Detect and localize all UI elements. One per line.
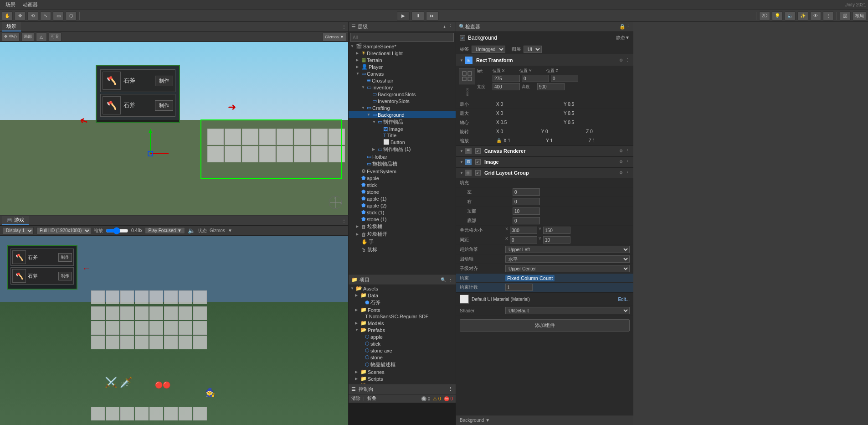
pad-left-input[interactable] — [513, 188, 540, 196]
material-edit-btn[interactable]: Edit... — [618, 297, 630, 302]
game-stats[interactable]: 状态 — [198, 228, 207, 234]
hierarchy-item-samplescene[interactable]: ▼ 🎬 SampleScene* — [349, 43, 456, 50]
cr-more[interactable]: ⋮ — [626, 149, 630, 153]
rect-tool[interactable]: ▭ — [53, 11, 64, 21]
rt-gear[interactable]: ⚙ — [619, 58, 623, 62]
project-scenes[interactable]: ▶ 📁 Scenes — [349, 368, 456, 375]
game-gizmos[interactable]: Gizmos — [210, 228, 225, 233]
scene-gizmos[interactable]: Gizmos ▼ — [323, 32, 346, 41]
hierarchy-item-apple1[interactable]: ⬟ apple (1) — [349, 195, 456, 202]
hierarchy-item-crosshair[interactable]: ⊕ Crosshair — [349, 77, 456, 84]
project-assets[interactable]: ▼ 📂 Assets — [349, 285, 456, 292]
scene-tool-2[interactable]: 局部 — [21, 32, 34, 41]
rect-transform-header[interactable]: ▼ ⊞ Rect Transform ⚙ ⋮ — [456, 55, 633, 66]
hierarchy-item-button[interactable]: ⬜ Button — [349, 139, 456, 145]
obj-active-checkbox[interactable]: ✓ — [460, 35, 465, 41]
transform-tool[interactable]: ⬡ — [66, 11, 77, 21]
pad-top-input[interactable] — [513, 207, 540, 215]
sp-x-input[interactable] — [510, 236, 537, 244]
hierarchy-item-inventory[interactable]: ▼ ▭ Inventory — [349, 84, 456, 91]
play-focused-btn[interactable]: Play Focused ▼ — [145, 227, 185, 234]
hierarchy-item-hotbar[interactable]: ▭ Hotbar — [349, 153, 456, 160]
project-prefab-desc[interactable]: ⬡ 物品描述框 — [349, 361, 456, 368]
img-checkbox[interactable]: ✓ — [475, 159, 481, 165]
scene-tool-3[interactable]: △ — [36, 32, 47, 41]
hierarchy-item-title[interactable]: T Title — [349, 132, 456, 139]
hierarchy-item-eventsystem[interactable]: ⚙ EventSystem — [349, 168, 456, 175]
project-fonts[interactable]: ▶ 📁 Fonts — [349, 306, 456, 313]
menu-scene[interactable]: 场景 — [2, 0, 19, 9]
menu-animator[interactable]: 动画器 — [19, 0, 41, 9]
pad-right-input[interactable] — [513, 198, 540, 205]
game-craft-btn-1[interactable]: 制作 — [58, 253, 72, 262]
inspector-lock[interactable]: 🔒 — [619, 24, 626, 30]
layout-btn[interactable]: 布局 — [853, 11, 866, 21]
move-tool[interactable]: ✥ — [15, 11, 26, 21]
hierarchy-item-terrain[interactable]: ▶ ▦ Terrain — [349, 57, 456, 63]
image-header[interactable]: ▼ 🖼 ✓ Image ⚙ ⋮ — [456, 157, 633, 167]
scene-craft-btn-2[interactable]: 制作 — [155, 100, 173, 111]
hierarchy-item-invslots[interactable]: ▭ InventorySlots — [349, 98, 456, 104]
hierarchy-item-stick1[interactable]: ⬟ stick (1) — [349, 209, 456, 216]
hierarchy-item-craft-prod[interactable]: ▼ ▭ 制作物品 — [349, 118, 456, 126]
scene-tool-1[interactable]: ✥ 中心 — [2, 32, 20, 41]
add-component-btn[interactable]: 添加组件 — [460, 319, 630, 332]
hierarchy-search[interactable] — [350, 33, 454, 42]
game-tab[interactable]: 🎮 游戏 — [2, 216, 29, 225]
anchor-widget[interactable] — [459, 68, 475, 84]
hierarchy-item-crafting[interactable]: ▼ ▭ Crafting — [349, 104, 456, 111]
console-collapse[interactable]: 折叠 — [367, 395, 376, 402]
light-btn[interactable]: 💡 — [772, 11, 783, 21]
project-prefab-apple[interactable]: ⬡ apple — [349, 333, 456, 340]
scene-craft-btn-1[interactable]: 制作 — [155, 76, 173, 86]
game-gizmos-arrow[interactable]: ▼ — [228, 228, 232, 233]
more-btn[interactable]: ⋮ — [823, 11, 834, 21]
project-data[interactable]: ▶ 📁 Data — [349, 292, 456, 299]
grid-layout-header[interactable]: ▼ ⊞ ✓ Grid Layout Group ⚙ ⋮ — [456, 168, 633, 178]
gl-more[interactable]: ⋮ — [626, 171, 630, 175]
gl-gear[interactable]: ⚙ — [619, 171, 623, 175]
hierarchy-item-trash-open[interactable]: ▶ 🗑 垃圾桶开 — [349, 230, 456, 238]
scene-tool-4[interactable]: 可见 — [49, 32, 62, 41]
height-input[interactable] — [537, 83, 565, 90]
project-search-icon[interactable]: 🔍 — [441, 277, 446, 282]
effects-btn[interactable]: ✨ — [797, 11, 808, 21]
game-audio[interactable]: 🔈 — [188, 227, 195, 234]
hierarchy-item-apple[interactable]: ⬟ apple — [349, 175, 456, 181]
canvas-renderer-header[interactable]: ▼ ☰ ✓ Canvas Renderer ⚙ ⋮ — [456, 146, 633, 156]
project-prefab-stone[interactable]: ⬡ stone — [349, 354, 456, 361]
hierarchy-item-directional-light[interactable]: ▶ ☀ Directional Light — [349, 50, 456, 57]
project-options[interactable]: ⋮ — [448, 277, 453, 283]
step-btn[interactable]: ⏭ — [426, 11, 439, 21]
hierarchy-item-stone[interactable]: ⬟ stone — [349, 188, 456, 195]
audio-btn[interactable]: 🔈 — [785, 11, 796, 21]
layer-select[interactable]: UI — [524, 46, 542, 53]
hierarchy-item-player[interactable]: ▶ 👤 Player — [349, 63, 456, 70]
pos-y-input[interactable] — [522, 75, 549, 82]
img-more[interactable]: ⋮ — [626, 160, 630, 164]
cell-x-input[interactable] — [510, 227, 537, 234]
start-corner-select[interactable]: Upper Left — [505, 246, 630, 253]
project-prefab-stoneaxe[interactable]: ⬡ stone axe — [349, 347, 456, 354]
play-btn[interactable]: ▶ — [397, 11, 410, 21]
pause-btn[interactable]: ⏸ — [411, 11, 424, 21]
hierarchy-item-bgslots[interactable]: ▭ BackgroundSlots — [349, 91, 456, 98]
pos-z-input[interactable] — [551, 75, 578, 82]
sp-y-input[interactable] — [543, 236, 570, 244]
pos-x-input[interactable] — [493, 75, 520, 82]
hidden-btn[interactable]: 👁 — [810, 11, 821, 21]
hierarchy-item-apple2[interactable]: ⬟ apple (2) — [349, 202, 456, 209]
hierarchy-item-background[interactable]: ▼ ▭ Background — [349, 111, 456, 118]
project-prefab-stick[interactable]: ⬡ stick — [349, 340, 456, 347]
hierarchy-plus[interactable]: + — [443, 24, 446, 30]
cell-y-input[interactable] — [543, 227, 570, 234]
hierarchy-item-image[interactable]: 🖼 Image — [349, 126, 456, 132]
display-select[interactable]: Display 1 — [3, 227, 34, 234]
scale-slider[interactable] — [106, 228, 128, 233]
tag-select[interactable]: Untagged — [472, 46, 505, 53]
rt-more[interactable]: ⋮ — [626, 58, 630, 62]
hierarchy-item-hand[interactable]: ✋ 手 — [349, 238, 456, 246]
child-align-select[interactable]: Upper Center — [505, 265, 630, 272]
project-notosans[interactable]: T NotoSansSC-Regular SDF — [349, 313, 456, 320]
rotate-tool[interactable]: ⟲ — [27, 11, 38, 21]
